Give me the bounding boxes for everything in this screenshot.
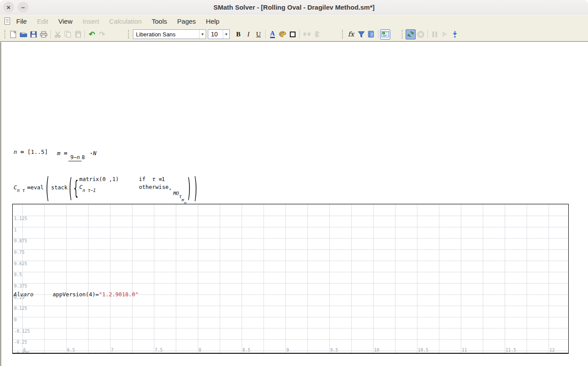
y-tick-label: 0.375 bbox=[14, 284, 27, 288]
cut-icon bbox=[53, 29, 63, 39]
toolbar-separator bbox=[378, 30, 378, 39]
math-expression-C[interactable]: C n τ ≔ eval ( stack ( { matrix(0 ,1) if… bbox=[14, 172, 200, 203]
refresh-icon[interactable] bbox=[406, 29, 416, 39]
title-bar: × – SMath Solver - [Rolling Oval - Dragi… bbox=[0, 0, 588, 14]
y-tick-label: 1.125 bbox=[14, 216, 27, 221]
menu-edit: Edit bbox=[37, 17, 48, 26]
function-fx-icon[interactable]: fx bbox=[346, 29, 356, 39]
chevron-down-icon[interactable]: ▼ bbox=[223, 30, 229, 39]
print-icon[interactable] bbox=[39, 29, 49, 39]
font-size-select[interactable]: 10 ▼ bbox=[208, 29, 230, 39]
palette-icon[interactable] bbox=[278, 29, 288, 39]
x-tick-label: 12 bbox=[549, 348, 555, 352]
y-tick-label: 0.5 bbox=[14, 272, 22, 277]
x-tick-label: 11 bbox=[462, 348, 467, 352]
paren-close: ) bbox=[193, 171, 198, 204]
appversion-string-value: "1.2.9018.0" bbox=[99, 291, 138, 298]
assign-operator: ≔ bbox=[27, 184, 31, 191]
minimize-icon[interactable]: – bbox=[18, 2, 29, 13]
case2-condition: otherwise bbox=[139, 184, 169, 190]
paste-icon bbox=[73, 29, 83, 39]
menu-help[interactable]: Help bbox=[206, 17, 220, 26]
italic-icon[interactable]: I bbox=[243, 29, 253, 39]
chevron-down-icon[interactable]: ▼ bbox=[199, 30, 206, 39]
y-tick-label: 0 bbox=[14, 317, 17, 322]
x-tick-label: 6 bbox=[23, 348, 26, 352]
x-tick-label: 7.5 bbox=[155, 348, 163, 352]
help-book-icon[interactable]: ? bbox=[366, 29, 376, 39]
appversion-call: appVersion(4) bbox=[53, 291, 96, 298]
play-icon bbox=[440, 29, 450, 39]
y-tick-label: 1 bbox=[14, 227, 17, 232]
copy-icon bbox=[63, 29, 73, 39]
app-window: × – SMath Solver - [Rolling Oval - Dragi… bbox=[0, 0, 588, 366]
border-square-icon[interactable] bbox=[288, 29, 298, 39]
math-expression-n[interactable]: n ≔ [1..5] bbox=[14, 149, 48, 155]
toolbar-grip[interactable] bbox=[342, 30, 344, 39]
y-tick-label: 0.625 bbox=[14, 261, 27, 266]
toolbar-separator bbox=[299, 30, 300, 39]
paren-open: ( bbox=[45, 171, 50, 204]
x-tick-label: 8.5 bbox=[242, 348, 250, 352]
math-expression-m[interactable]: m ≔9−n8 ·N bbox=[57, 150, 96, 160]
font-color-icon[interactable]: A bbox=[267, 29, 278, 39]
pause-icon bbox=[430, 29, 440, 39]
toolbar-grip[interactable] bbox=[128, 30, 130, 39]
menu-file[interactable]: File bbox=[16, 17, 27, 26]
fraction: 9−n8 bbox=[68, 154, 85, 160]
side-panel-icon[interactable] bbox=[380, 29, 390, 39]
case1-expression: matrix(0 ,1) bbox=[79, 176, 135, 182]
author-text[interactable]: Alvaro bbox=[14, 291, 33, 298]
x-tick-label: 10.5 bbox=[418, 348, 428, 352]
appversion-expression[interactable]: appVersion(4)="1.2.9018.0" bbox=[53, 291, 139, 298]
split-cells-icon bbox=[302, 29, 312, 39]
toolbar: ↶ ↷ Liberation Sans ▼ 10 ▼ B I U A fx bbox=[0, 27, 588, 42]
case1-condition: if τ =1 bbox=[139, 176, 169, 182]
open-folder-icon[interactable] bbox=[18, 29, 29, 39]
window-title: SMath Solver - [Rolling Oval - Dragilev … bbox=[214, 4, 375, 11]
undo-icon[interactable]: ↶ bbox=[87, 29, 97, 39]
y-tick-label: 0.875 bbox=[14, 238, 27, 243]
step-down-icon[interactable] bbox=[450, 29, 460, 39]
bold-icon[interactable]: B bbox=[233, 29, 243, 39]
var-n: n bbox=[14, 149, 17, 155]
x-tick-label: 11.5 bbox=[506, 348, 516, 352]
piecewise-cases: matrix(0 ,1) if τ =1 Cn τ−1 otherwise bbox=[79, 176, 169, 190]
case2-expression: Cn τ−1 bbox=[79, 184, 135, 190]
close-icon[interactable]: × bbox=[3, 2, 14, 13]
redo-icon: ↷ bbox=[97, 29, 107, 39]
svg-text:?: ? bbox=[371, 32, 373, 37]
var-m: m bbox=[57, 150, 61, 156]
font-size-value: 10 bbox=[208, 31, 223, 38]
x-tick-label: 10 bbox=[374, 348, 379, 352]
toolbar-grip[interactable] bbox=[402, 30, 403, 39]
y-tick-label: -0.375 bbox=[14, 351, 30, 354]
worksheet-canvas[interactable]: n ≔ [1..5] m ≔9−n8 ·N C n τ ≔ eval ( sta… bbox=[0, 42, 588, 366]
menu-view[interactable]: View bbox=[58, 17, 72, 26]
menu-pages[interactable]: Pages bbox=[177, 17, 196, 26]
paren-open: ( bbox=[68, 172, 73, 202]
menu-calculation: Calculation bbox=[109, 17, 142, 26]
underline-icon[interactable]: U bbox=[253, 29, 264, 39]
font-family-select[interactable]: Liberation Sans ▼ bbox=[133, 29, 206, 39]
y-tick-label: 0.125 bbox=[14, 306, 27, 311]
var-N: N bbox=[93, 150, 96, 156]
argument-comma: , bbox=[168, 184, 172, 191]
toolbar-separator bbox=[50, 30, 51, 39]
menu-insert: Insert bbox=[82, 17, 99, 26]
document-icon bbox=[4, 18, 10, 25]
xy-plot-region[interactable]: 1.12510.8750.750.6250.50.3750.250.1250-0… bbox=[12, 204, 569, 354]
x-tick-label: 6.5 bbox=[67, 348, 75, 352]
menu-tools[interactable]: Tools bbox=[152, 17, 167, 26]
toolbar-separator bbox=[265, 30, 266, 39]
mo-variable: MOτmn bbox=[173, 190, 186, 196]
toolbar-grip[interactable] bbox=[4, 30, 6, 39]
filter-funnel-icon[interactable] bbox=[356, 29, 366, 39]
stop-icon bbox=[416, 29, 426, 39]
toolbar-separator bbox=[85, 30, 85, 39]
menu-bar: File Edit View Insert Calculation Tools … bbox=[0, 15, 588, 27]
assign-operator: ≔ bbox=[21, 149, 24, 155]
new-page-icon[interactable] bbox=[8, 29, 18, 39]
align-blocks-icon bbox=[312, 29, 322, 39]
save-floppy-icon[interactable] bbox=[29, 29, 39, 39]
